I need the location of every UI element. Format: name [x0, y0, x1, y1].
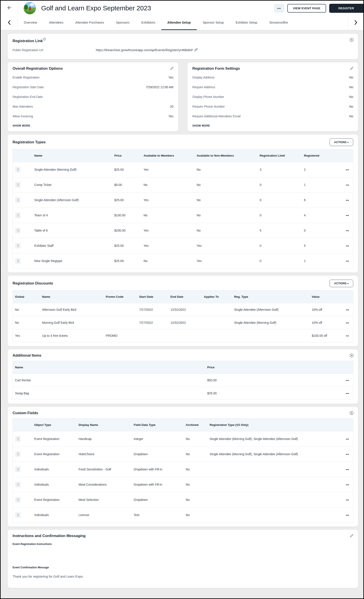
- cell-non-members: No: [195, 192, 258, 208]
- drag-handle[interactable]: [15, 212, 21, 218]
- column-header-end-date: End Date: [168, 290, 202, 303]
- option-row: Registration End Date: [13, 92, 173, 102]
- row-menu-button[interactable]: •••: [346, 483, 349, 486]
- drag-handle[interactable]: [15, 258, 21, 264]
- row-menu-button[interactable]: •••: [346, 438, 349, 441]
- edit-overall-options-button[interactable]: [169, 66, 174, 71]
- cell-name: New Single Regtype: [32, 253, 112, 268]
- registration-types-actions-button[interactable]: ACTIONS▾: [330, 139, 353, 146]
- registration-discounts-actions-button[interactable]: ACTIONS▾: [330, 280, 353, 287]
- row-menu-button[interactable]: •••: [346, 184, 349, 187]
- back-button[interactable]: [1, 1, 18, 16]
- cell-name: Team of 4: [32, 208, 112, 223]
- cell-field-data-type: Dropdown with Fill-in: [132, 477, 184, 492]
- instructions-card: Instructions and Confirmation Messaging …: [8, 530, 358, 588]
- option-row: Max Attendees 20: [13, 102, 173, 111]
- cell-non-members: Yes: [195, 253, 258, 268]
- cell-members: No: [141, 253, 194, 268]
- registration-link-card: Registration Link Public Registration Ur…: [8, 34, 358, 59]
- column-header-applies-to: Applies To: [202, 290, 232, 303]
- info-icon[interactable]: [43, 38, 46, 41]
- cell-name: Comp Ticket: [32, 177, 112, 192]
- cell-price: $25.00: [112, 238, 142, 253]
- row-menu-button[interactable]: •••: [346, 498, 349, 502]
- drag-handle[interactable]: [15, 482, 21, 487]
- tab-sponsor-setup[interactable]: Sponsor Setup: [197, 16, 230, 30]
- drag-handle[interactable]: [15, 197, 21, 203]
- row-menu-button[interactable]: •••: [346, 379, 349, 382]
- setting-row: Display Address No: [192, 72, 353, 82]
- cell-registered: 1: [302, 177, 336, 192]
- cell-display-name: HoleChoice: [76, 446, 131, 462]
- menu-column-header: [336, 149, 353, 162]
- row-menu-button[interactable]: •••: [346, 453, 349, 456]
- cell-limit: 0: [257, 177, 302, 192]
- drag-dots-icon: [17, 183, 19, 186]
- cell-reg-type: Single Attendee (Morning Golf): [232, 316, 309, 329]
- row-menu-button[interactable]: •••: [346, 334, 349, 337]
- view-event-page-button[interactable]: VIEW EVENT PAGE: [287, 4, 326, 13]
- cell-registration-type: [207, 462, 339, 477]
- tab-overview[interactable]: Overview: [18, 16, 43, 30]
- cell-archived: No: [184, 477, 207, 492]
- row-menu-button[interactable]: •••: [346, 168, 349, 171]
- cell-field-data-type: Text: [132, 507, 184, 522]
- tab-exhibitor-setup[interactable]: Exhibitor Setup: [230, 16, 263, 30]
- row-menu-button[interactable]: •••: [346, 308, 349, 311]
- drag-handle[interactable]: [15, 243, 21, 248]
- chevron-left-icon: [8, 20, 11, 26]
- tab-sessions-breakouts[interactable]: Sessions/Bre: [263, 16, 294, 30]
- tab-attendee-purchases[interactable]: Attendee Purchases: [69, 16, 110, 30]
- add-registration-link-button[interactable]: [349, 37, 354, 42]
- public-registration-url-value[interactable]: https://thearchive.growthzoneapp.com/ap/…: [96, 48, 193, 52]
- cell-price: $25.00: [205, 387, 339, 400]
- cell-registered: 4: [302, 208, 336, 223]
- cell-members: Yes: [141, 162, 194, 177]
- drag-handle[interactable]: [15, 182, 21, 188]
- setting-value: No: [349, 115, 353, 118]
- tab-attendee-setup[interactable]: Attendee Setup: [161, 16, 196, 30]
- drag-handle[interactable]: [15, 436, 21, 442]
- copy-link-icon[interactable]: [194, 48, 198, 52]
- row-menu-button[interactable]: •••: [346, 392, 349, 395]
- drag-handle[interactable]: [15, 512, 21, 518]
- cell-registration-type: Single Attendee (Morning Golf), Single A…: [207, 446, 339, 462]
- edit-form-settings-button[interactable]: [349, 66, 354, 71]
- tabs-scroll-right-button[interactable]: [348, 16, 363, 30]
- edit-instructions-button[interactable]: [349, 533, 354, 538]
- row-menu-button[interactable]: •••: [346, 260, 349, 263]
- row-menu-button[interactable]: •••: [346, 514, 349, 517]
- tabs-scroll-left-button[interactable]: [1, 16, 18, 30]
- registration-type-row: Single Attendee (Morning Golf) $25.00 Ye…: [13, 162, 353, 177]
- row-menu-button[interactable]: •••: [346, 199, 349, 202]
- show-more-link[interactable]: SHOW MORE: [13, 124, 30, 127]
- registration-types-header: Registration Types ACTIONS▾: [13, 139, 353, 146]
- drag-handle[interactable]: [15, 467, 21, 472]
- custom-fields-title: Custom Fields: [13, 411, 353, 415]
- row-menu-button[interactable]: •••: [346, 321, 349, 325]
- register-button[interactable]: REGISTER: [329, 4, 363, 13]
- header-more-button[interactable]: •••: [274, 4, 284, 13]
- pencil-icon: [350, 535, 354, 538]
- tab-exhibitors[interactable]: Exhibitors: [135, 16, 161, 30]
- add-additional-item-button[interactable]: [349, 353, 354, 358]
- row-menu-button[interactable]: •••: [346, 244, 349, 247]
- cell-field-data-type: Dropdown: [132, 446, 184, 462]
- table-header-row: Object Type Display Name Field Data Type…: [13, 418, 353, 431]
- drag-handle[interactable]: [15, 451, 21, 457]
- tab-sponsors[interactable]: Sponsors: [110, 16, 135, 30]
- tab-attendees[interactable]: Attendees: [43, 16, 69, 30]
- option-value: 7/28/2022 12:00 AM: [146, 85, 173, 89]
- column-header-registered: Registered: [302, 149, 336, 162]
- cell-field-data-type: Dropdown: [132, 492, 184, 507]
- row-menu-button[interactable]: •••: [346, 214, 349, 217]
- drag-dots-icon: [17, 198, 19, 202]
- row-menu-button[interactable]: •••: [346, 229, 349, 232]
- drag-handle[interactable]: [15, 497, 21, 503]
- drag-handle[interactable]: [15, 228, 21, 233]
- drag-handle[interactable]: [15, 167, 21, 172]
- add-custom-field-button[interactable]: [349, 410, 354, 415]
- show-more-link[interactable]: SHOW MORE: [192, 124, 210, 127]
- additional-item-row: Cart Rental $50.00 •••: [13, 374, 353, 387]
- row-menu-button[interactable]: •••: [346, 468, 349, 471]
